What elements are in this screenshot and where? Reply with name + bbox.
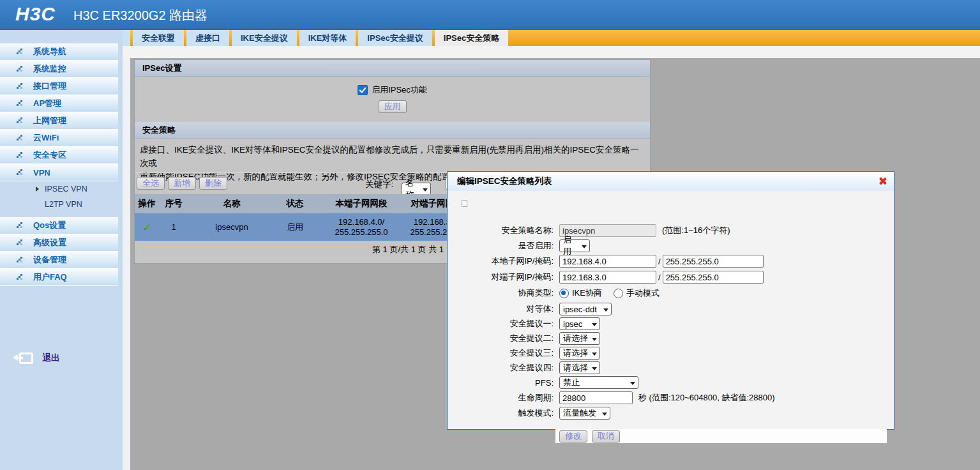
peer-select[interactable]: ipsec-ddt (559, 303, 612, 315)
logout-label: 退出 (42, 352, 60, 364)
proposal2-select[interactable]: 请选择 (559, 332, 600, 345)
sidebar-item-system-nav[interactable]: 系统导航 (0, 43, 118, 61)
row-remote-subnet: 对端子网IP/掩码: 192.168.3.0 / 255.255.255.0 (448, 270, 882, 284)
pfs-label: PFS: (448, 378, 554, 388)
select-all-button[interactable]: 全选 (137, 177, 165, 190)
proposal3-label: 安全提议三: (448, 347, 554, 359)
sidebar: 系统导航 系统监控 接口管理 AP管理 上网管理 云WiFi 安全专区 VPN (0, 30, 123, 470)
row-local-subnet: 本地子网IP/掩码: 192.168.4.0 / 255.255.255.0 (448, 254, 882, 268)
sidebar-item-advanced[interactable]: 高级设置 (0, 234, 118, 252)
row-lifetime: 生命周期: 28800 秒 (范围:120~604800, 缺省值:28800) (448, 391, 882, 405)
remote-slash: / (658, 273, 661, 282)
delete-button[interactable]: 删除 (199, 177, 227, 190)
col-header-status: 状态 (275, 194, 315, 213)
sidebar-item-ipsec-vpn[interactable]: IPSEC VPN (0, 181, 118, 197)
sidebar-item-user-faq[interactable]: 用户FAQ (0, 269, 118, 286)
edit-pencil-icon[interactable] (142, 222, 152, 232)
menu-dots-icon (17, 152, 23, 158)
menu-dots-icon (17, 66, 23, 72)
sidebar-item-cloud-wifi[interactable]: 云WiFi (0, 130, 118, 147)
tab-virtual-interface[interactable]: 虚接口 (186, 30, 229, 46)
tab-ipsec-policy[interactable]: IPSec安全策略 (435, 30, 508, 46)
policy-description: 虚接口、IKE安全提议、IKE对等体和IPSEC安全提议的配置都修改完成后，只需… (135, 139, 650, 172)
modify-button[interactable]: 修改 (559, 430, 587, 443)
sidebar-item-label: 接口管理 (33, 80, 66, 92)
tab-security-association[interactable]: 安全联盟 (133, 30, 184, 46)
trigger-value: 流量触发 (563, 407, 596, 419)
sidebar-subitem-label: L2TP VPN (45, 200, 82, 209)
remote-subnet-ip-input[interactable]: 192.168.3.0 (559, 271, 656, 284)
col-header-name: 名称 (188, 194, 275, 213)
menu-dots-icon (17, 257, 23, 263)
sidebar-item-label: 系统监控 (33, 63, 66, 75)
lifetime-input[interactable]: 28800 (559, 391, 633, 404)
sidebar-item-label: Qos设置 (33, 220, 66, 231)
proposal1-select[interactable]: ipsec (559, 317, 600, 330)
proposal1-value: ipsec (563, 319, 582, 329)
negotiation-ike-label: IKE协商 (572, 287, 602, 299)
remote-subnet-mask-input[interactable]: 255.255.255.0 (663, 271, 764, 284)
proposal2-value: 请选择 (563, 333, 588, 344)
tab-ike-proposal[interactable]: IKE安全提议 (232, 30, 297, 46)
keyword-field-select[interactable]: 名称 (402, 183, 431, 195)
ipsec-settings-header: IPSec设置 (135, 60, 650, 77)
enable-select[interactable]: 启用 (559, 239, 590, 252)
menu-dots-icon (17, 135, 23, 141)
proposal4-select[interactable]: 请选择 (559, 361, 600, 374)
add-button[interactable]: 新增 (168, 177, 196, 190)
enable-ipsec-checkbox[interactable] (358, 85, 368, 95)
proposal4-label: 安全提议四: (448, 362, 554, 374)
apply-button[interactable]: 应用 (379, 100, 407, 113)
edit-policy-dialog: 编辑IPSEC安全策略列表 安全策略名称: ipsecvpn (范围:1~16个… (447, 171, 894, 430)
exit-icon (19, 352, 33, 364)
sidebar-item-ap-mgmt[interactable]: AP管理 (0, 95, 118, 112)
proposal3-value: 请选择 (563, 347, 588, 359)
sidebar-item-internet-mgmt[interactable]: 上网管理 (0, 112, 118, 130)
pfs-select[interactable]: 禁止 (559, 376, 638, 389)
menu-dots-icon (17, 49, 23, 55)
sidebar-item-device-mgmt[interactable]: 设备管理 (0, 252, 118, 269)
close-icon[interactable] (878, 177, 886, 185)
tab-ipsec-proposal[interactable]: IPSec安全提议 (358, 30, 432, 46)
sidebar-item-l2tp-vpn[interactable]: L2TP VPN (0, 197, 118, 212)
logout-button[interactable]: 退出 (19, 352, 60, 364)
row-proposal4: 安全提议四: 请选择 (448, 361, 882, 375)
pagination-text: 第 1 页/共 1 页 共 1 (372, 244, 444, 255)
row-local-mask: 255.255.255.0 (335, 227, 388, 238)
menu-dots-icon (17, 239, 23, 246)
local-subnet-label: 本地子网IP/掩码: (448, 255, 554, 267)
sidebar-item-security-zone[interactable]: 安全专区 (0, 147, 118, 164)
row-proposal1: 安全提议一: ipsec (448, 317, 882, 331)
trigger-select[interactable]: 流量触发 (559, 407, 610, 420)
proposal3-select[interactable]: 请选择 (559, 347, 600, 360)
app-header: H3C H3C ER3200G2 路由器 (0, 0, 980, 30)
local-subnet-mask-input[interactable]: 255.255.255.0 (663, 255, 764, 268)
proposal2-label: 安全提议二: (448, 333, 554, 344)
row-negotiation: 协商类型: IKE协商 手动模式 (448, 286, 882, 300)
sidebar-gap (0, 212, 118, 217)
dialog-footer: 修改 取消 (555, 429, 887, 443)
broken-glyph-mark (462, 200, 467, 207)
peer-value: ipsec-ddt (563, 305, 597, 314)
policy-name-hint: (范围:1~16个字符) (662, 225, 730, 236)
sidebar-item-qos[interactable]: Qos设置 (0, 217, 118, 234)
negotiation-radio-ike[interactable] (559, 289, 569, 298)
sidebar-item-label: 高级设置 (33, 237, 66, 248)
menu-dots-expanded-icon (17, 169, 23, 176)
local-subnet-ip-input[interactable]: 192.168.4.0 (559, 255, 656, 268)
negotiation-manual-label: 手动模式 (626, 287, 660, 299)
sidebar-item-system-monitor[interactable]: 系统监控 (0, 61, 118, 78)
negotiation-radio-manual[interactable] (614, 289, 623, 298)
pfs-value: 禁止 (563, 377, 580, 388)
row-trigger: 触发模式: 流量触发 (448, 406, 882, 420)
keyword-label: 关键字: (365, 179, 393, 190)
sidebar-item-label: 安全专区 (33, 149, 66, 161)
tab-ike-peer[interactable]: IKE对等体 (299, 30, 356, 46)
row-policy-name: 安全策略名称: ipsecvpn (范围:1~16个字符) (448, 224, 882, 238)
h3c-logo: H3C (15, 3, 56, 25)
security-policy-header: 安全策略 (135, 122, 650, 139)
sidebar-item-interface-mgmt[interactable]: 接口管理 (0, 78, 118, 95)
cancel-button[interactable]: 取消 (592, 430, 620, 443)
sidebar-item-vpn[interactable]: VPN (0, 164, 118, 181)
page-title: H3C ER3200G2 路由器 (73, 7, 207, 24)
